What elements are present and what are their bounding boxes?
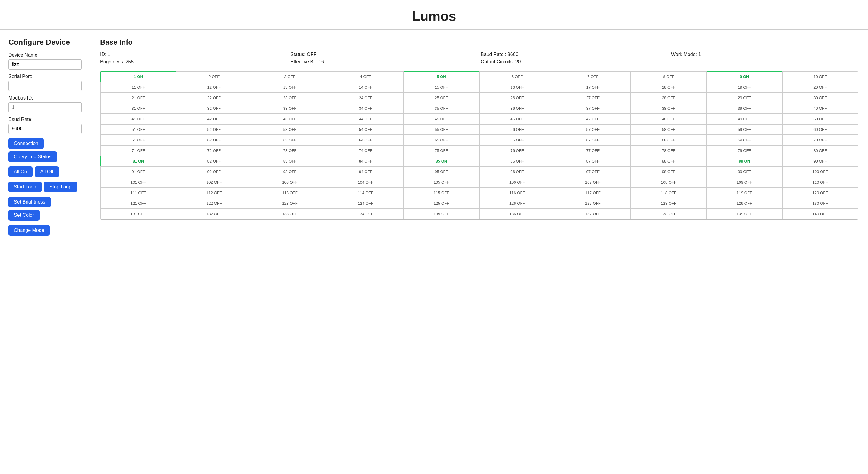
led-cell-119[interactable]: 119 OFF <box>707 188 782 198</box>
modbus-id-input[interactable] <box>8 102 82 113</box>
led-cell-88[interactable]: 88 OFF <box>631 156 706 166</box>
led-cell-99[interactable]: 99 OFF <box>707 166 782 177</box>
led-cell-95[interactable]: 95 OFF <box>404 166 479 177</box>
led-cell-123[interactable]: 123 OFF <box>252 198 328 209</box>
led-cell-14[interactable]: 14 OFF <box>328 82 404 93</box>
led-cell-117[interactable]: 117 OFF <box>555 188 631 198</box>
led-cell-41[interactable]: 41 OFF <box>100 114 176 124</box>
led-cell-55[interactable]: 55 OFF <box>404 124 479 135</box>
led-cell-131[interactable]: 131 OFF <box>100 209 176 219</box>
led-cell-3[interactable]: 3 OFF <box>252 71 328 82</box>
stop-loop-button[interactable]: Stop Loop <box>44 182 77 192</box>
led-cell-13[interactable]: 13 OFF <box>252 82 328 93</box>
led-cell-12[interactable]: 12 OFF <box>176 82 252 93</box>
led-cell-120[interactable]: 120 OFF <box>782 188 858 198</box>
led-cell-9[interactable]: 9 ON <box>707 71 782 82</box>
all-off-button[interactable]: All Off <box>35 166 59 177</box>
led-cell-54[interactable]: 54 OFF <box>328 124 404 135</box>
led-cell-92[interactable]: 92 OFF <box>176 166 252 177</box>
led-cell-125[interactable]: 125 OFF <box>404 198 479 209</box>
led-cell-79[interactable]: 79 OFF <box>707 145 782 156</box>
led-cell-26[interactable]: 26 OFF <box>479 93 555 103</box>
led-cell-64[interactable]: 64 OFF <box>328 135 404 145</box>
led-cell-112[interactable]: 112 OFF <box>176 188 252 198</box>
led-cell-48[interactable]: 48 OFF <box>631 114 706 124</box>
led-cell-49[interactable]: 49 OFF <box>707 114 782 124</box>
led-cell-37[interactable]: 37 OFF <box>555 103 631 114</box>
led-cell-20[interactable]: 20 OFF <box>782 82 858 93</box>
change-mode-button[interactable]: Change Mode <box>8 225 50 236</box>
led-cell-40[interactable]: 40 OFF <box>782 103 858 114</box>
set-color-button[interactable]: Set Color <box>8 210 39 221</box>
led-cell-71[interactable]: 71 OFF <box>100 145 176 156</box>
led-cell-91[interactable]: 91 OFF <box>100 166 176 177</box>
led-cell-103[interactable]: 103 OFF <box>252 177 328 188</box>
led-cell-101[interactable]: 101 OFF <box>100 177 176 188</box>
led-cell-116[interactable]: 116 OFF <box>479 188 555 198</box>
led-cell-134[interactable]: 134 OFF <box>328 209 404 219</box>
serial-port-input[interactable] <box>8 81 82 91</box>
led-cell-138[interactable]: 138 OFF <box>631 209 706 219</box>
led-cell-127[interactable]: 127 OFF <box>555 198 631 209</box>
led-cell-28[interactable]: 28 OFF <box>631 93 706 103</box>
led-cell-50[interactable]: 50 OFF <box>782 114 858 124</box>
led-cell-11[interactable]: 11 OFF <box>100 82 176 93</box>
led-cell-84[interactable]: 84 OFF <box>328 156 404 166</box>
led-cell-86[interactable]: 86 OFF <box>479 156 555 166</box>
led-cell-61[interactable]: 61 OFF <box>100 135 176 145</box>
led-cell-21[interactable]: 21 OFF <box>100 93 176 103</box>
led-cell-137[interactable]: 137 OFF <box>555 209 631 219</box>
set-brightness-button[interactable]: Set Brightness <box>8 197 51 208</box>
led-cell-74[interactable]: 74 OFF <box>328 145 404 156</box>
led-cell-1[interactable]: 1 ON <box>100 71 176 82</box>
led-cell-31[interactable]: 31 OFF <box>100 103 176 114</box>
led-cell-108[interactable]: 108 OFF <box>631 177 706 188</box>
led-cell-19[interactable]: 19 OFF <box>707 82 782 93</box>
led-cell-77[interactable]: 77 OFF <box>555 145 631 156</box>
led-cell-8[interactable]: 8 OFF <box>631 71 706 82</box>
led-cell-115[interactable]: 115 OFF <box>404 188 479 198</box>
led-cell-24[interactable]: 24 OFF <box>328 93 404 103</box>
led-cell-43[interactable]: 43 OFF <box>252 114 328 124</box>
led-cell-78[interactable]: 78 OFF <box>631 145 706 156</box>
led-cell-32[interactable]: 32 OFF <box>176 103 252 114</box>
led-cell-38[interactable]: 38 OFF <box>631 103 706 114</box>
led-cell-70[interactable]: 70 OFF <box>782 135 858 145</box>
led-cell-113[interactable]: 113 OFF <box>252 188 328 198</box>
led-cell-7[interactable]: 7 OFF <box>555 71 631 82</box>
led-cell-57[interactable]: 57 OFF <box>555 124 631 135</box>
led-cell-63[interactable]: 63 OFF <box>252 135 328 145</box>
led-cell-29[interactable]: 29 OFF <box>707 93 782 103</box>
led-cell-69[interactable]: 69 OFF <box>707 135 782 145</box>
led-cell-111[interactable]: 111 OFF <box>100 188 176 198</box>
led-cell-16[interactable]: 16 OFF <box>479 82 555 93</box>
led-cell-118[interactable]: 118 OFF <box>631 188 706 198</box>
led-cell-25[interactable]: 25 OFF <box>404 93 479 103</box>
led-cell-82[interactable]: 82 OFF <box>176 156 252 166</box>
led-cell-51[interactable]: 51 OFF <box>100 124 176 135</box>
led-cell-15[interactable]: 15 OFF <box>404 82 479 93</box>
led-cell-133[interactable]: 133 OFF <box>252 209 328 219</box>
led-cell-76[interactable]: 76 OFF <box>479 145 555 156</box>
led-cell-56[interactable]: 56 OFF <box>479 124 555 135</box>
led-cell-132[interactable]: 132 OFF <box>176 209 252 219</box>
query-led-status-button[interactable]: Query Led Status <box>8 151 57 162</box>
led-cell-68[interactable]: 68 OFF <box>631 135 706 145</box>
led-cell-121[interactable]: 121 OFF <box>100 198 176 209</box>
led-cell-114[interactable]: 114 OFF <box>328 188 404 198</box>
led-cell-65[interactable]: 65 OFF <box>404 135 479 145</box>
led-cell-34[interactable]: 34 OFF <box>328 103 404 114</box>
led-cell-72[interactable]: 72 OFF <box>176 145 252 156</box>
device-name-input[interactable] <box>8 59 82 70</box>
led-cell-4[interactable]: 4 OFF <box>328 71 404 82</box>
led-cell-135[interactable]: 135 OFF <box>404 209 479 219</box>
led-cell-52[interactable]: 52 OFF <box>176 124 252 135</box>
led-cell-126[interactable]: 126 OFF <box>479 198 555 209</box>
led-cell-17[interactable]: 17 OFF <box>555 82 631 93</box>
led-cell-33[interactable]: 33 OFF <box>252 103 328 114</box>
led-cell-44[interactable]: 44 OFF <box>328 114 404 124</box>
led-cell-66[interactable]: 66 OFF <box>479 135 555 145</box>
led-cell-93[interactable]: 93 OFF <box>252 166 328 177</box>
led-cell-124[interactable]: 124 OFF <box>328 198 404 209</box>
led-cell-30[interactable]: 30 OFF <box>782 93 858 103</box>
